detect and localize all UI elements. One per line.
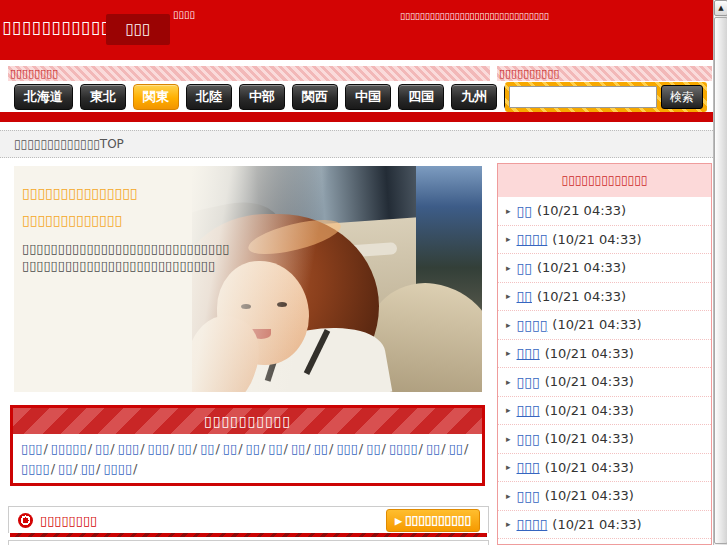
sidebar-item-list: ▯▯(10/21 04:33)▯▯▯▯(10/21 04:33)▯▯(10/21… — [498, 197, 711, 539]
scrollbar-up-arrow-icon[interactable]: ▲ — [714, 0, 727, 16]
prefecture-link-item: ▯▯/ — [223, 441, 246, 456]
region-button[interactable]: 関西 — [292, 84, 338, 110]
sidebar-item-link[interactable]: ▯▯▯ — [517, 431, 540, 447]
region-button[interactable]: 東北 — [80, 84, 126, 110]
link-separator: / — [419, 441, 423, 456]
prefecture-link[interactable]: ▯▯ — [314, 441, 328, 456]
news-section-header: ▯▯▯▯▯▯▯▯ ▶▯▯▯▯▯▯▯▯▯▯ — [8, 506, 489, 533]
prefecture-link[interactable]: ▯▯ — [95, 441, 109, 456]
hero-heading-line1: ▯▯▯▯▯▯▯▯▯▯▯▯▯▯▯ — [22, 180, 138, 207]
region-button[interactable]: 中国 — [345, 84, 391, 110]
sidebar-item-link[interactable]: ▯▯ — [517, 288, 532, 304]
browser-scrollbar[interactable]: ▲ — [713, 0, 727, 545]
sidebar-item-link[interactable]: ▯▯▯ — [517, 345, 540, 361]
link-separator: / — [215, 441, 219, 456]
region-button[interactable]: 中部 — [239, 84, 285, 110]
prefecture-link[interactable]: ▯▯ — [268, 441, 282, 456]
prefecture-link[interactable]: ▯▯ — [200, 441, 214, 456]
sidebar-list-item: ▯▯▯(10/21 04:33) — [498, 425, 711, 454]
prefecture-link[interactable]: ▯▯ — [449, 441, 463, 456]
search-button[interactable]: 検索 — [661, 85, 703, 109]
prefecture-link[interactable]: ▯▯▯▯ — [389, 441, 418, 456]
sidebar-list-item: ▯▯▯(10/21 04:33) — [498, 397, 711, 426]
site-header: ▯▯▯▯▯▯▯▯▯▯▯ ▯▯▯ ▯▯▯▯ ▯▯▯▯▯▯▯▯▯▯▯▯▯▯▯▯▯▯▯… — [0, 0, 713, 60]
region-button[interactable]: 関東 — [133, 84, 179, 110]
hero-body-line1: ▯▯▯▯▯▯▯▯▯▯▯▯▯▯▯▯▯▯▯▯▯▯▯▯▯▯▯▯▯ — [22, 240, 229, 257]
sidebar-item-link[interactable]: ▯▯▯▯ — [517, 317, 548, 333]
link-separator: / — [140, 441, 144, 456]
sidebar-item-date: (10/21 04:33) — [545, 346, 634, 361]
link-separator: / — [261, 441, 265, 456]
prefecture-link[interactable]: ▯▯ — [291, 441, 305, 456]
prefecture-link-item: ▯▯/ — [426, 441, 449, 456]
region-nav: 北海道東北関東北陸中部関西中国四国九州沖縄 — [14, 84, 550, 110]
news-section-title: ▯▯▯▯▯▯▯▯ — [40, 513, 97, 528]
breadcrumb: ▯▯▯▯▯▯▯▯▯▯▯▯▯TOP — [0, 130, 713, 158]
prefecture-link-item: ▯▯/ — [366, 441, 389, 456]
site-logo-title[interactable]: ▯▯▯▯▯▯▯▯▯▯▯ — [2, 17, 110, 37]
hero-body-line2: ▯▯▯▯▯▯▯▯▯▯▯▯▯▯▯▯▯▯▯▯▯▯▯▯▯▯▯ — [22, 257, 229, 274]
prefecture-link[interactable]: ▯▯▯ — [336, 441, 357, 456]
link-separator: / — [43, 441, 47, 456]
keyword-search-label: ▯▯▯▯▯▯▯▯▯▯ — [499, 67, 560, 80]
sidebar-list-item: ▯▯(10/21 04:33) — [498, 283, 711, 312]
prefecture-link[interactable]: ▯▯ — [246, 441, 260, 456]
prefecture-link-item: ▯▯/ — [95, 441, 118, 456]
prefecture-link[interactable]: ▯▯▯▯▯ — [51, 441, 87, 456]
sidebar-list-item: ▯▯▯(10/21 04:33) — [498, 368, 711, 397]
prefecture-link[interactable]: ▯▯ — [58, 461, 72, 476]
area-search-label: ▯▯▯▯▯▯▯▯ — [10, 67, 58, 80]
prefecture-link[interactable]: ▯▯ — [223, 441, 237, 456]
prefecture-link-item: ▯▯/ — [246, 441, 269, 456]
sidebar-item-link[interactable]: ▯▯▯▯ — [517, 516, 548, 532]
prefecture-link[interactable]: ▯▯▯▯ — [103, 461, 132, 476]
hero-heading-line2: ▯▯▯▯▯▯▯▯▯▯▯▯▯ — [22, 207, 138, 234]
sidebar-item-date: (10/21 04:33) — [545, 403, 634, 418]
scrollbar-thumb[interactable] — [714, 17, 727, 544]
link-separator: / — [193, 441, 197, 456]
prefecture-link[interactable]: ▯▯▯▯ — [21, 461, 50, 476]
edition-badge[interactable]: ▯▯▯ — [106, 14, 170, 45]
search-box: 検索 — [505, 82, 707, 112]
prefecture-link-item: ▯▯/ — [200, 441, 223, 456]
prefecture-link[interactable]: ▯▯▯ — [148, 441, 169, 456]
prefecture-link-item: ▯▯▯▯/ — [103, 461, 140, 476]
link-separator: / — [359, 441, 363, 456]
sidebar-item-link[interactable]: ▯▯▯▯ — [517, 231, 548, 247]
sidebar-item-link[interactable]: ▯▯▯ — [517, 459, 540, 475]
prefecture-link[interactable]: ▯▯ — [366, 441, 380, 456]
sidebar-item-link[interactable]: ▯▯▯ — [517, 374, 540, 390]
link-separator: / — [464, 441, 468, 456]
sidebar-list-item: ▯▯▯(10/21 04:33) — [498, 482, 711, 511]
region-button[interactable]: 四国 — [398, 84, 444, 110]
sidebar-item-date: (10/21 04:33) — [545, 460, 634, 475]
prefecture-link[interactable]: ▯▯ — [177, 441, 191, 456]
sidebar-item-link[interactable]: ▯▯ — [517, 203, 532, 219]
sidebar-item-link[interactable]: ▯▯ — [517, 260, 532, 276]
prefecture-link-item: ▯▯▯/ — [336, 441, 366, 456]
sidebar-item-link[interactable]: ▯▯▯ — [517, 488, 540, 504]
sidebar-news-list: ▯▯▯▯▯▯▯▯▯▯▯▯▯ ▯▯(10/21 04:33)▯▯▯▯(10/21 … — [497, 163, 712, 545]
prefecture-link[interactable]: ▯▯ — [426, 441, 440, 456]
hero-description: ▯▯▯▯▯▯▯▯▯▯▯▯▯▯▯▯▯▯▯▯▯▯▯▯▯▯▯▯▯ ▯▯▯▯▯▯▯▯▯▯… — [22, 240, 229, 274]
arrow-right-icon: ▶ — [395, 516, 402, 526]
hero-banner: ▯▯▯▯▯▯▯▯▯▯▯▯▯▯▯ ▯▯▯▯▯▯▯▯▯▯▯▯▯ ▯▯▯▯▯▯▯▯▯▯… — [14, 166, 482, 392]
region-button[interactable]: 九州 — [451, 84, 497, 110]
sidebar-item-date: (10/21 04:33) — [552, 517, 641, 532]
news-more-button[interactable]: ▶▯▯▯▯▯▯▯▯▯▯ — [386, 509, 480, 532]
prefecture-link[interactable]: ▯▯ — [81, 461, 95, 476]
link-separator: / — [73, 461, 77, 476]
region-button[interactable]: 北陸 — [186, 84, 232, 110]
sidebar-list-item: ▯▯▯(10/21 04:33) — [498, 340, 711, 369]
sidebar-item-date: (10/21 04:33) — [552, 232, 641, 247]
prefecture-link[interactable]: ▯▯▯ — [118, 441, 139, 456]
sidebar-title: ▯▯▯▯▯▯▯▯▯▯▯▯▯ — [498, 164, 711, 197]
region-button[interactable]: 北海道 — [14, 84, 73, 110]
hero-photo-woman-in-car — [192, 166, 482, 392]
prefecture-link-item: ▯▯/ — [177, 441, 200, 456]
prefecture-link-list: ▯▯▯/▯▯▯▯▯/▯▯/▯▯▯/▯▯▯/▯▯/▯▯/▯▯/▯▯/▯▯/▯▯/▯… — [13, 434, 482, 484]
prefecture-link[interactable]: ▯▯▯ — [21, 441, 42, 456]
search-input[interactable] — [509, 86, 657, 108]
sidebar-list-item: ▯▯▯(10/21 04:33) — [498, 454, 711, 483]
sidebar-item-link[interactable]: ▯▯▯ — [517, 402, 540, 418]
